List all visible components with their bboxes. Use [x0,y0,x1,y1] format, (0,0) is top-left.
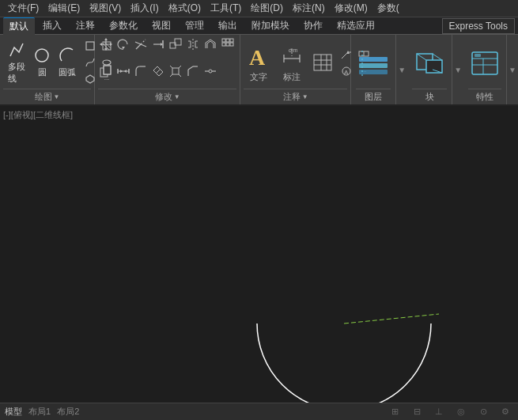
tab-express-tools[interactable]: Express Tools [442,18,515,34]
ribbon-group-block: 块 [407,35,452,104]
statusbar-grid-button[interactable]: ⊟ [409,404,425,420]
modify-copy-button[interactable] [98,63,114,79]
layer-icon[interactable] [356,38,391,89]
draw-circle-button[interactable]: 圆 [30,45,54,80]
menu-format[interactable]: 格式(O) [164,0,206,17]
svg-line-75 [417,54,426,60]
modify-stretch-button[interactable] [115,63,131,79]
ribbon-toolbar: 直线 多段线 圆 圆弧 [0,35,518,106]
statusbar-model-tab[interactable]: 模型 [5,406,22,418]
block-group-label: 块 [412,89,447,103]
svg-rect-29 [104,66,111,74]
svg-rect-24 [230,39,233,42]
layer-group-label: 图层 [356,89,391,103]
statusbar-settings-button[interactable]: ⚙ [497,404,513,420]
svg-marker-7 [86,75,94,83]
draw-polyline-button[interactable]: 多段线 [5,40,28,86]
menu-edit[interactable]: 编辑(E) [43,0,85,17]
tab-output[interactable]: 输出 [212,17,244,34]
menu-params[interactable]: 参数( [372,0,404,17]
tab-collab[interactable]: 协作 [297,17,329,34]
modify-scale-button[interactable] [168,36,183,52]
menu-modify[interactable]: 修改(M) [330,0,372,17]
svg-rect-23 [226,39,229,42]
tab-featured[interactable]: 精选应用 [331,17,381,34]
menu-dimension[interactable]: 标注(N) [288,0,330,17]
props-expand-button[interactable]: ▼ [507,35,518,104]
svg-text:A: A [249,45,266,70]
modify-move-button[interactable] [98,36,114,52]
draw-circle-label: 圆 [38,66,47,78]
ribbon-right-groups: 图层 ▼ 块 ▼ [351,35,518,104]
tab-default[interactable]: 默认 [3,17,35,35]
modify-rotate-button[interactable] [115,36,131,52]
statusbar-osnap-button[interactable]: ⊙ [475,404,491,420]
svg-marker-10 [100,43,102,46]
polyline-icon [8,41,25,59]
svg-marker-9 [104,48,108,51]
menu-view[interactable]: 视图(V) [85,0,126,17]
svg-line-76 [433,54,442,60]
annot-text-button[interactable]: A 文字 [244,41,274,85]
svg-rect-83 [0,106,518,403]
ribbon-group-layer: 图层 [351,35,396,104]
svg-line-46 [188,66,193,70]
draw-dropdown-arrow: ▼ [54,93,60,100]
menu-file[interactable]: 文件(F) [3,0,43,17]
statusbar-ortho-button[interactable]: ⊥ [431,404,447,420]
modify-join-button[interactable] [202,63,218,79]
modify-trim-button[interactable] [133,36,149,52]
modify-explode-button[interactable] [168,63,183,79]
svg-rect-74 [426,60,442,73]
table-icon [312,50,334,75]
modify-erase-button[interactable] [150,63,166,79]
block-expand-button[interactable]: ▼ [452,35,463,104]
draw-arc-button[interactable]: 圆弧 [55,45,79,80]
statusbar-snap-button[interactable]: ⊞ [387,404,403,420]
svg-marker-35 [124,70,127,73]
annot-group-label: 注释 [283,91,301,103]
ribbon-group-modify: 修改 ▼ [95,35,240,104]
drawing-surface[interactable]: Y X [0,106,518,403]
svg-marker-11 [110,43,112,46]
tab-addons[interactable]: 附加模块 [245,17,296,34]
menu-tools[interactable]: 工具(T) [206,0,246,17]
modify-tools-row [98,36,236,89]
tab-annotation[interactable]: 注释 [70,17,101,34]
svg-text:dim: dim [289,47,297,53]
dim-icon: dim [280,43,304,70]
menu-insert[interactable]: 插入(I) [126,0,163,17]
annot-group-footer[interactable]: 注释 ▼ [244,89,347,103]
svg-line-39 [157,70,160,73]
modify-array-button[interactable] [220,36,236,52]
tab-manage[interactable]: 管理 [179,17,210,34]
modify-chamfer-button[interactable] [185,63,201,79]
statusbar-layout1-tab[interactable]: 布局1 [28,406,51,418]
draw-group-footer[interactable]: 绘图 ▼ [3,89,91,103]
annot-table-button[interactable] [310,41,335,85]
modify-offset-button[interactable] [202,36,218,52]
tab-parametric[interactable]: 参数化 [103,17,144,34]
view-label: [-][俯视][二维线框] [3,109,73,121]
main-area: [-][俯视][二维线框] Y X [0,106,518,420]
svg-line-13 [136,44,141,49]
tab-view[interactable]: 视图 [146,17,177,34]
props-icon[interactable] [469,38,501,89]
svg-marker-8 [104,38,108,40]
statusbar-polar-button[interactable]: ◎ [453,404,469,420]
modify-fillet-button[interactable] [133,63,149,79]
modify-extend-button[interactable] [150,36,166,52]
svg-text:A: A [344,69,349,76]
draw-line-button[interactable]: 直线 [0,45,3,80]
modify-group-footer[interactable]: 修改 ▼ [98,89,236,103]
annot-dim-button[interactable]: dim 标注 [277,41,307,85]
layer-expand-button[interactable]: ▼ [396,35,407,104]
tab-insert[interactable]: 插入 [36,17,68,34]
svg-line-44 [179,74,181,77]
menu-draw[interactable]: 绘图(D) [246,0,288,17]
modify-mirror-button[interactable] [185,36,201,52]
statusbar-layout2-tab[interactable]: 布局2 [57,406,79,418]
svg-rect-26 [226,43,229,46]
block-icon[interactable] [412,38,447,89]
drawing-canvas-area[interactable]: [-][俯视][二维线框] Y X [0,106,518,403]
